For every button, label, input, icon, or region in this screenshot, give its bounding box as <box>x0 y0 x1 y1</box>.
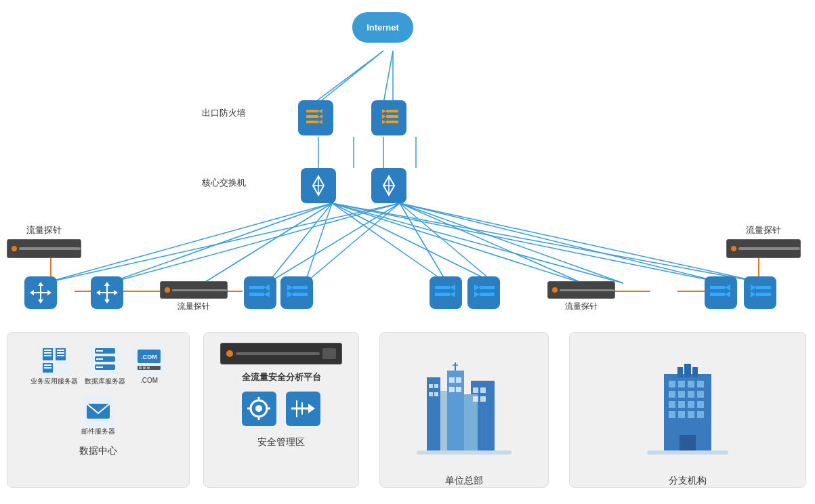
firewall-icon-1 <box>298 100 333 135</box>
diagram: Internet 出口防火墙 <box>0 0 815 504</box>
probe-mid-right: 流量探针 <box>547 281 615 312</box>
svg-rect-105 <box>44 355 51 356</box>
svg-rect-154 <box>473 387 478 393</box>
svg-rect-157 <box>480 396 486 402</box>
svg-rect-147 <box>434 384 438 388</box>
db-server: 数据库服务器 <box>85 343 125 386</box>
svg-rect-107 <box>57 350 64 351</box>
svg-rect-103 <box>44 350 51 351</box>
svg-rect-126 <box>147 366 150 369</box>
svg-rect-160 <box>417 450 511 455</box>
svg-rect-178 <box>678 411 685 418</box>
svg-rect-166 <box>678 381 685 387</box>
svg-line-3 <box>383 51 393 103</box>
svg-rect-99 <box>756 293 771 296</box>
svg-rect-72 <box>249 286 264 289</box>
core-switch-1 <box>301 168 336 203</box>
ips-left-2 <box>280 276 313 309</box>
svg-rect-146 <box>429 384 433 388</box>
ips-icon-far-right-2 <box>744 276 776 309</box>
svg-rect-148 <box>429 392 433 396</box>
internet-bubble: Internet <box>352 12 413 43</box>
svg-line-18 <box>305 203 400 283</box>
ips-far-right-1 <box>705 276 737 309</box>
svg-text:.COM: .COM <box>141 354 157 360</box>
svg-rect-175 <box>688 401 694 408</box>
svg-rect-171 <box>688 391 694 398</box>
access-switch-icon-2 <box>91 276 123 309</box>
svg-rect-152 <box>449 387 455 392</box>
svg-line-19 <box>400 203 447 283</box>
svg-rect-168 <box>697 381 704 387</box>
svg-line-12 <box>305 203 332 283</box>
biz-app-server: 业务应用服务器 <box>30 343 78 386</box>
ips-icon-right-1 <box>430 276 462 309</box>
svg-rect-181 <box>680 435 696 452</box>
svg-rect-167 <box>688 381 694 387</box>
svg-line-25 <box>332 203 583 283</box>
svg-line-11 <box>268 203 332 283</box>
switch-label: 核心交换机 <box>202 175 246 189</box>
core-switch-icon-2 <box>371 168 406 203</box>
firewall-icon-2 <box>371 100 406 135</box>
svg-rect-97 <box>756 286 771 289</box>
svg-rect-125 <box>143 366 146 369</box>
mail-server: 邮件服务器 <box>81 393 115 436</box>
svg-rect-151 <box>456 377 461 383</box>
ips-right-2 <box>467 276 500 309</box>
svg-line-15 <box>44 203 400 283</box>
svg-rect-174 <box>678 401 685 408</box>
svg-line-0 <box>316 51 383 102</box>
svg-rect-40 <box>306 121 318 123</box>
svg-rect-43 <box>386 110 398 112</box>
ips-right-1 <box>430 276 462 309</box>
svg-line-16 <box>108 203 400 283</box>
svg-point-131 <box>255 405 262 412</box>
svg-line-20 <box>400 203 495 283</box>
firewall-label: 出口防火墙 <box>202 105 246 119</box>
svg-rect-45 <box>386 115 398 118</box>
svg-rect-74 <box>249 293 264 296</box>
svg-rect-104 <box>44 352 51 354</box>
svg-rect-164 <box>692 367 698 377</box>
ips-left-1 <box>244 276 276 309</box>
svg-rect-163 <box>684 364 691 377</box>
headquarters-zone: 单位总部 <box>379 332 549 488</box>
probe-mid-left: 流量探针 <box>160 281 228 312</box>
svg-line-22 <box>400 203 623 283</box>
svg-line-10 <box>203 203 332 283</box>
svg-rect-156 <box>473 396 478 402</box>
svg-line-23 <box>400 203 725 283</box>
svg-rect-179 <box>688 411 694 418</box>
svg-rect-111 <box>44 364 51 366</box>
firewall-2 <box>371 100 406 135</box>
datacenter-zone: 业务应用服务器 数据库服务器 <box>7 332 190 488</box>
svg-rect-77 <box>293 286 308 289</box>
access-switch-left-2 <box>91 276 123 309</box>
com-server: .COM .COM <box>132 343 166 386</box>
svg-line-27 <box>332 203 725 283</box>
svg-rect-145 <box>464 394 478 452</box>
svg-rect-169 <box>669 391 675 398</box>
core-switch-icon-1 <box>301 168 336 203</box>
security-appliance <box>220 343 342 364</box>
svg-line-17 <box>268 203 400 283</box>
access-switch-left-1 <box>24 276 57 309</box>
branch-zone: 分支机构 <box>569 332 806 488</box>
ips-icon-left-1 <box>244 276 276 309</box>
svg-rect-173 <box>669 401 675 408</box>
ips-far-right-2 <box>744 276 776 309</box>
svg-rect-89 <box>480 293 495 296</box>
svg-rect-177 <box>669 411 675 418</box>
probe-top-right: 流量探针 <box>726 222 801 258</box>
svg-rect-182 <box>647 450 728 455</box>
ips-icon-left-2 <box>280 276 313 309</box>
svg-rect-38 <box>306 115 318 118</box>
firewall-1 <box>298 100 333 135</box>
svg-line-21 <box>400 203 583 283</box>
probe-top-left: 流量探针 <box>7 222 81 258</box>
svg-rect-162 <box>677 367 683 377</box>
svg-rect-94 <box>710 293 725 296</box>
svg-rect-142 <box>427 377 440 452</box>
svg-line-2 <box>318 51 383 103</box>
